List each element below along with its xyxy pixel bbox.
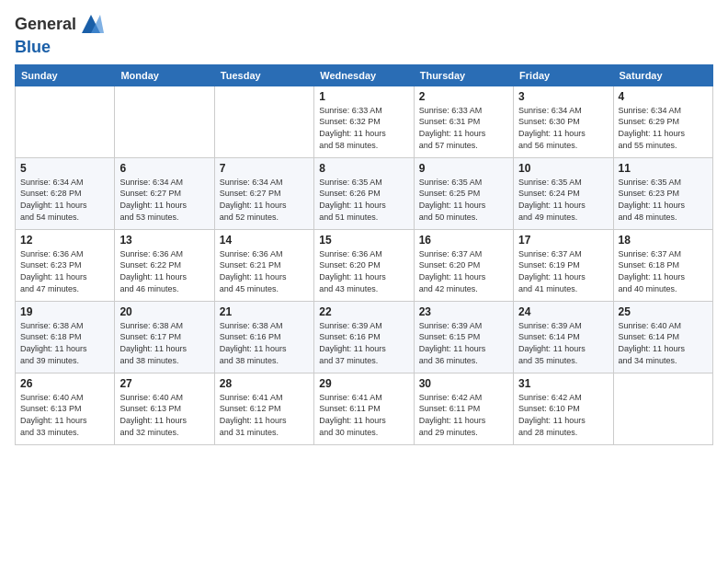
empty-cell bbox=[16, 86, 115, 157]
day-info: Sunrise: 6:39 AM Sunset: 6:14 PM Dayligh… bbox=[518, 320, 608, 366]
day-info: Sunrise: 6:37 AM Sunset: 6:19 PM Dayligh… bbox=[518, 248, 608, 294]
day-info: Sunrise: 6:34 AM Sunset: 6:28 PM Dayligh… bbox=[20, 177, 109, 223]
day-number: 17 bbox=[518, 234, 608, 247]
day-number: 18 bbox=[619, 234, 708, 247]
day-cell-9: 9Sunrise: 6:35 AM Sunset: 6:25 PM Daylig… bbox=[414, 157, 513, 229]
day-info: Sunrise: 6:35 AM Sunset: 6:26 PM Dayligh… bbox=[319, 177, 408, 223]
weekday-header-friday: Friday bbox=[514, 64, 613, 86]
day-info: Sunrise: 6:34 AM Sunset: 6:27 PM Dayligh… bbox=[220, 177, 309, 223]
day-cell-26: 26Sunrise: 6:40 AM Sunset: 6:13 PM Dayli… bbox=[16, 373, 115, 444]
day-cell-23: 23Sunrise: 6:39 AM Sunset: 6:15 PM Dayli… bbox=[414, 301, 513, 373]
day-number: 21 bbox=[220, 305, 309, 318]
day-info: Sunrise: 6:40 AM Sunset: 6:13 PM Dayligh… bbox=[119, 392, 209, 438]
day-cell-3: 3Sunrise: 6:34 AM Sunset: 6:30 PM Daylig… bbox=[514, 86, 613, 157]
day-number: 23 bbox=[419, 305, 508, 318]
week-row-1: 1Sunrise: 6:33 AM Sunset: 6:32 PM Daylig… bbox=[16, 86, 713, 157]
day-number: 15 bbox=[319, 234, 408, 247]
day-number: 1 bbox=[319, 90, 408, 103]
day-number: 14 bbox=[220, 234, 309, 247]
day-info: Sunrise: 6:36 AM Sunset: 6:21 PM Dayligh… bbox=[220, 248, 309, 294]
day-cell-13: 13Sunrise: 6:36 AM Sunset: 6:22 PM Dayli… bbox=[115, 229, 214, 301]
day-cell-10: 10Sunrise: 6:35 AM Sunset: 6:24 PM Dayli… bbox=[514, 157, 613, 229]
logo-general: General bbox=[15, 15, 76, 33]
day-info: Sunrise: 6:38 AM Sunset: 6:17 PM Dayligh… bbox=[119, 320, 209, 366]
day-info: Sunrise: 6:34 AM Sunset: 6:29 PM Dayligh… bbox=[619, 105, 708, 151]
day-number: 25 bbox=[619, 305, 708, 318]
logo-icon bbox=[78, 11, 104, 37]
day-info: Sunrise: 6:37 AM Sunset: 6:20 PM Dayligh… bbox=[419, 248, 508, 294]
day-number: 11 bbox=[619, 162, 708, 175]
week-row-2: 5Sunrise: 6:34 AM Sunset: 6:28 PM Daylig… bbox=[16, 157, 713, 229]
day-cell-19: 19Sunrise: 6:38 AM Sunset: 6:18 PM Dayli… bbox=[16, 301, 115, 373]
day-number: 31 bbox=[518, 377, 608, 390]
day-info: Sunrise: 6:39 AM Sunset: 6:16 PM Dayligh… bbox=[319, 320, 408, 366]
day-cell-20: 20Sunrise: 6:38 AM Sunset: 6:17 PM Dayli… bbox=[115, 301, 214, 373]
day-info: Sunrise: 6:38 AM Sunset: 6:18 PM Dayligh… bbox=[20, 320, 109, 366]
day-cell-5: 5Sunrise: 6:34 AM Sunset: 6:28 PM Daylig… bbox=[16, 157, 115, 229]
day-info: Sunrise: 6:42 AM Sunset: 6:10 PM Dayligh… bbox=[518, 392, 608, 438]
day-info: Sunrise: 6:42 AM Sunset: 6:11 PM Dayligh… bbox=[419, 392, 508, 438]
day-cell-29: 29Sunrise: 6:41 AM Sunset: 6:11 PM Dayli… bbox=[314, 373, 414, 444]
day-number: 20 bbox=[119, 305, 209, 318]
day-info: Sunrise: 6:39 AM Sunset: 6:15 PM Dayligh… bbox=[419, 320, 508, 366]
day-info: Sunrise: 6:33 AM Sunset: 6:31 PM Dayligh… bbox=[419, 105, 508, 151]
day-number: 5 bbox=[20, 162, 109, 175]
day-cell-4: 4Sunrise: 6:34 AM Sunset: 6:29 PM Daylig… bbox=[613, 86, 712, 157]
weekday-header-sunday: Sunday bbox=[16, 64, 115, 86]
day-info: Sunrise: 6:40 AM Sunset: 6:14 PM Dayligh… bbox=[619, 320, 708, 366]
day-number: 26 bbox=[20, 377, 109, 390]
weekday-header-saturday: Saturday bbox=[613, 64, 712, 86]
weekday-header-monday: Monday bbox=[115, 64, 214, 86]
day-info: Sunrise: 6:33 AM Sunset: 6:32 PM Dayligh… bbox=[319, 105, 408, 151]
day-number: 9 bbox=[419, 162, 508, 175]
weekday-header-tuesday: Tuesday bbox=[214, 64, 313, 86]
day-cell-6: 6Sunrise: 6:34 AM Sunset: 6:27 PM Daylig… bbox=[115, 157, 214, 229]
weekday-header-wednesday: Wednesday bbox=[314, 64, 414, 86]
day-cell-25: 25Sunrise: 6:40 AM Sunset: 6:14 PM Dayli… bbox=[613, 301, 712, 373]
empty-cell bbox=[613, 373, 712, 444]
day-info: Sunrise: 6:37 AM Sunset: 6:18 PM Dayligh… bbox=[619, 248, 708, 294]
day-number: 16 bbox=[419, 234, 508, 247]
day-info: Sunrise: 6:36 AM Sunset: 6:22 PM Dayligh… bbox=[119, 248, 209, 294]
logo: General Blue bbox=[15, 11, 104, 57]
day-cell-8: 8Sunrise: 6:35 AM Sunset: 6:26 PM Daylig… bbox=[314, 157, 414, 229]
week-row-5: 26Sunrise: 6:40 AM Sunset: 6:13 PM Dayli… bbox=[16, 373, 713, 444]
day-number: 10 bbox=[518, 162, 608, 175]
day-cell-21: 21Sunrise: 6:38 AM Sunset: 6:16 PM Dayli… bbox=[214, 301, 313, 373]
day-cell-7: 7Sunrise: 6:34 AM Sunset: 6:27 PM Daylig… bbox=[214, 157, 313, 229]
day-cell-12: 12Sunrise: 6:36 AM Sunset: 6:23 PM Dayli… bbox=[16, 229, 115, 301]
day-info: Sunrise: 6:34 AM Sunset: 6:30 PM Dayligh… bbox=[518, 105, 608, 151]
day-number: 24 bbox=[518, 305, 608, 318]
day-number: 22 bbox=[319, 305, 408, 318]
day-info: Sunrise: 6:34 AM Sunset: 6:27 PM Dayligh… bbox=[119, 177, 209, 223]
day-cell-18: 18Sunrise: 6:37 AM Sunset: 6:18 PM Dayli… bbox=[613, 229, 712, 301]
day-number: 19 bbox=[20, 305, 109, 318]
day-number: 13 bbox=[119, 234, 209, 247]
day-number: 4 bbox=[619, 90, 708, 103]
day-info: Sunrise: 6:35 AM Sunset: 6:23 PM Dayligh… bbox=[619, 177, 708, 223]
day-cell-15: 15Sunrise: 6:36 AM Sunset: 6:20 PM Dayli… bbox=[314, 229, 414, 301]
day-cell-27: 27Sunrise: 6:40 AM Sunset: 6:13 PM Dayli… bbox=[115, 373, 214, 444]
day-number: 7 bbox=[220, 162, 309, 175]
page: General Blue SundayMondayTuesdayWednesda… bbox=[0, 0, 728, 563]
day-number: 28 bbox=[220, 377, 309, 390]
day-info: Sunrise: 6:40 AM Sunset: 6:13 PM Dayligh… bbox=[20, 392, 109, 438]
day-cell-1: 1Sunrise: 6:33 AM Sunset: 6:32 PM Daylig… bbox=[314, 86, 414, 157]
day-cell-30: 30Sunrise: 6:42 AM Sunset: 6:11 PM Dayli… bbox=[414, 373, 513, 444]
weekday-header-thursday: Thursday bbox=[414, 64, 513, 86]
day-cell-31: 31Sunrise: 6:42 AM Sunset: 6:10 PM Dayli… bbox=[514, 373, 613, 444]
day-cell-2: 2Sunrise: 6:33 AM Sunset: 6:31 PM Daylig… bbox=[414, 86, 513, 157]
day-number: 8 bbox=[319, 162, 408, 175]
day-cell-28: 28Sunrise: 6:41 AM Sunset: 6:12 PM Dayli… bbox=[214, 373, 313, 444]
day-cell-11: 11Sunrise: 6:35 AM Sunset: 6:23 PM Dayli… bbox=[613, 157, 712, 229]
day-info: Sunrise: 6:38 AM Sunset: 6:16 PM Dayligh… bbox=[220, 320, 309, 366]
day-cell-22: 22Sunrise: 6:39 AM Sunset: 6:16 PM Dayli… bbox=[314, 301, 414, 373]
day-cell-17: 17Sunrise: 6:37 AM Sunset: 6:19 PM Dayli… bbox=[514, 229, 613, 301]
day-info: Sunrise: 6:41 AM Sunset: 6:12 PM Dayligh… bbox=[220, 392, 309, 438]
day-info: Sunrise: 6:36 AM Sunset: 6:23 PM Dayligh… bbox=[20, 248, 109, 294]
day-number: 30 bbox=[419, 377, 508, 390]
logo-blue: Blue bbox=[15, 38, 51, 56]
empty-cell bbox=[214, 86, 313, 157]
day-number: 29 bbox=[319, 377, 408, 390]
day-number: 2 bbox=[419, 90, 508, 103]
